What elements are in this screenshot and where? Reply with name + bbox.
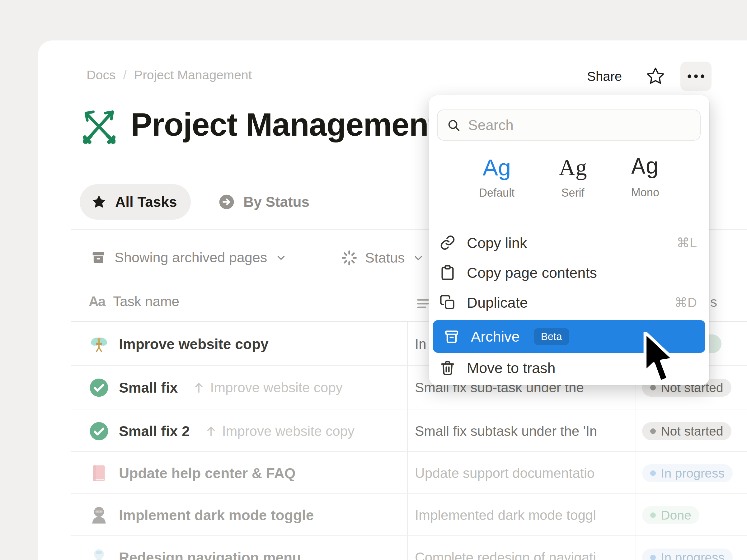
font-sample-serif: Ag	[559, 154, 587, 181]
menu-item-label: Archive	[471, 328, 520, 345]
task-description: Update support documentatio	[415, 465, 594, 481]
status-filter-dropdown[interactable]: Status	[341, 249, 424, 266]
status-dot	[650, 385, 656, 391]
status-label: Done	[661, 508, 691, 523]
ninja-icon	[89, 505, 109, 525]
task-name-header-label: Task name	[113, 294, 179, 309]
star-filled-icon	[91, 194, 107, 210]
font-label-mono: Mono	[631, 186, 659, 199]
task-name-cell[interactable]: Redesign navigation menu	[89, 536, 301, 560]
font-option-serif[interactable]: Ag Serif	[559, 154, 587, 199]
status-cell[interactable]: In progress	[642, 536, 733, 560]
row-divider	[71, 409, 747, 409]
status-cell[interactable]: In progress	[642, 452, 733, 495]
red-book-icon	[89, 463, 109, 483]
task-description-cell[interactable]: Complete redesign of navigati	[415, 536, 633, 560]
crossed-arrows-page-icon[interactable]	[80, 108, 119, 144]
status-cell[interactable]: Not started	[642, 410, 731, 452]
text-type-icon: Aa	[89, 294, 105, 309]
fairy-icon	[89, 334, 109, 354]
breadcrumb-page[interactable]: Project Management	[134, 68, 252, 82]
palette-person-icon	[89, 548, 109, 560]
column-header-task-name[interactable]: Aa Task name	[89, 294, 179, 309]
archived-filter-dropdown[interactable]: Showing archived pages	[90, 249, 287, 266]
task-description-cell[interactable]: Implemented dark mode toggl	[415, 494, 633, 536]
status-badge[interactable]: In progress	[642, 464, 733, 482]
search-icon	[446, 118, 461, 132]
tab-by-status-label: By Status	[243, 193, 309, 210]
status-dot	[650, 555, 656, 560]
archived-filter-label: Showing archived pages	[114, 249, 267, 266]
task-name-cell[interactable]: Implement dark mode toggle	[89, 494, 314, 536]
task-description-cell[interactable]: Update support documentatio	[415, 452, 633, 495]
ellipsis-icon: •••	[685, 70, 707, 83]
status-dot	[650, 512, 656, 518]
font-option-default[interactable]: Ag Default	[479, 154, 515, 199]
tab-all-tasks-label: All Tasks	[115, 193, 177, 210]
chevron-down-icon	[412, 252, 424, 264]
arrow-up-icon	[192, 381, 206, 395]
task-name-cell[interactable]: Improve website copy	[89, 323, 268, 365]
menu-item-label: Copy link	[467, 234, 527, 251]
tab-all-tasks[interactable]: All Tasks	[80, 184, 191, 220]
favorite-star-icon[interactable]	[646, 66, 666, 86]
menu-item-label: Copy page contents	[467, 264, 597, 281]
table-row-archived[interactable]: Implement dark mode toggle Implemented d…	[0, 494, 747, 536]
share-button[interactable]: Share	[587, 69, 622, 84]
more-options-button[interactable]: •••	[680, 61, 712, 91]
breadcrumb-separator: /	[123, 68, 126, 82]
task-name: Update help center & FAQ	[119, 465, 295, 482]
table-row[interactable]: Small fix 2 Improve website copy Small f…	[0, 410, 747, 452]
font-sample-default: Ag	[483, 154, 511, 181]
task-name-cell[interactable]: Small fix 2 Improve website copy	[89, 410, 355, 452]
table-row-archived[interactable]: Redesign navigation menu Complete redesi…	[0, 536, 747, 560]
beta-badge: Beta	[534, 328, 569, 345]
text-align-column-icon	[415, 296, 431, 312]
task-name: Small fix 2	[119, 423, 190, 439]
chevron-down-icon	[275, 252, 287, 264]
check-circle-icon	[89, 378, 109, 398]
menu-item-copy-link[interactable]: Copy link ⌘L	[429, 228, 709, 258]
breadcrumb-docs[interactable]: Docs	[86, 68, 115, 82]
parent-task-label: Improve website copy	[222, 423, 355, 439]
task-name: Redesign navigation menu	[119, 549, 301, 560]
table-row-archived[interactable]: Update help center & FAQ Update support …	[0, 452, 747, 495]
keyboard-shortcut: ⌘L	[677, 235, 697, 250]
status-label: In progress	[661, 466, 725, 481]
status-cell[interactable]: Done	[642, 494, 699, 536]
menu-item-label: Move to trash	[467, 359, 556, 376]
status-filter-label: Status	[365, 250, 405, 266]
font-sample-mono: Ag	[631, 154, 659, 181]
status-badge[interactable]: Done	[642, 506, 699, 524]
task-name-cell[interactable]: Small fix Improve website copy	[89, 367, 343, 409]
mouse-cursor	[642, 331, 676, 384]
spinner-status-icon	[341, 249, 358, 266]
duplicate-icon	[439, 294, 456, 311]
font-option-mono[interactable]: Ag Mono	[631, 154, 659, 199]
breadcrumb: Docs / Project Management	[86, 68, 252, 82]
menu-item-label: Duplicate	[467, 294, 528, 311]
screen: Docs / Project Management Share ••• Proj…	[0, 0, 747, 560]
tab-by-status[interactable]: By Status	[218, 184, 309, 220]
task-description: Small fix subtask under the 'In	[415, 423, 597, 439]
menu-item-duplicate[interactable]: Duplicate ⌘D	[429, 288, 709, 317]
status-badge[interactable]: Not started	[642, 422, 731, 440]
status-label: In progress	[661, 550, 725, 560]
parent-task-link[interactable]: Improve website copy	[192, 380, 343, 395]
status-badge[interactable]: In progress	[642, 549, 733, 560]
task-description: In	[415, 336, 427, 352]
font-style-picker: Ag Default Ag Serif Ag Mono	[429, 154, 709, 199]
task-name-cell[interactable]: Update help center & FAQ	[89, 452, 295, 495]
parent-task-link[interactable]: Improve website copy	[204, 423, 355, 439]
task-description-cell[interactable]: Small fix subtask under the 'In	[415, 410, 633, 452]
menu-item-copy-page-contents[interactable]: Copy page contents	[429, 258, 709, 288]
archive-icon	[443, 328, 460, 345]
status-header-fragment: s	[710, 294, 717, 310]
search-placeholder: Search	[468, 117, 514, 133]
parent-task-label: Improve website copy	[210, 380, 343, 395]
check-circle-icon	[89, 421, 109, 441]
menu-search-input[interactable]: Search	[437, 109, 701, 141]
task-name: Implement dark mode toggle	[119, 507, 314, 524]
status-dot	[650, 428, 656, 434]
font-label-default: Default	[479, 186, 515, 199]
